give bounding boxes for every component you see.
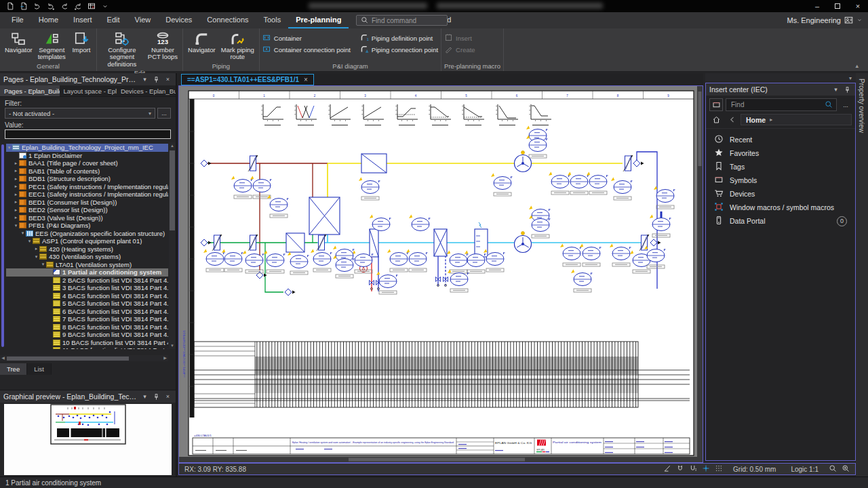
- menu-tab-tools[interactable]: Tools: [256, 12, 289, 28]
- menu-tab-connections[interactable]: Connections: [199, 12, 256, 28]
- tree-item-ees-organization-specific-location-structure[interactable]: ▾EES (Organization specific location str…: [6, 230, 168, 238]
- scrollbar-thumb[interactable]: [170, 150, 175, 230]
- user-account[interactable]: Ms. Engineering: [787, 14, 863, 27]
- tree-item-bab1-table-of-contents[interactable]: ▸BAB1 (Table of contents): [6, 167, 168, 176]
- tree-expander-icon[interactable]: ▾: [33, 254, 39, 260]
- pages-tab-pages-eplan-buildin[interactable]: Pages - Eplan_Buildin...: [0, 85, 60, 96]
- pin-icon[interactable]: [152, 75, 161, 84]
- scroll-right-icon[interactable]: ▶: [162, 355, 168, 361]
- insert-center-item-devices[interactable]: Devices: [706, 187, 855, 201]
- tree-expander-icon[interactable]: ▾: [40, 262, 46, 267]
- tree-horizontal-scrollbar[interactable]: ◀ ▶: [0, 355, 168, 361]
- breadcrumb[interactable]: Home ▸: [741, 114, 852, 125]
- ribbon-button-number-pct-loops[interactable]: 123Number PCT loops: [146, 30, 180, 62]
- angle-icon[interactable]: [663, 464, 671, 474]
- tree-item-9-bacs-function-list-vdi-3814-part-4-3[interactable]: 9 BACS function list VDI 3814 Part 4.3: [6, 331, 168, 339]
- tree-item-baa1-title-page-cover-sheet[interactable]: ▸BAA1 (Title page / cover sheet): [6, 159, 168, 167]
- tree-expander-icon[interactable]: ▾: [26, 239, 33, 244]
- search-input[interactable]: [730, 100, 822, 109]
- qat-caret-icon[interactable]: [100, 1, 110, 11]
- tree-expander-icon[interactable]: ▸: [13, 192, 19, 197]
- tree-item-asp1-control-equipment-plant-01[interactable]: ▾ASP1 (Control equipment plant 01): [6, 237, 168, 245]
- property-overview-tab[interactable]: Property overview: [856, 73, 868, 476]
- ribbon-button-navigator[interactable]: Navigator: [3, 30, 35, 54]
- tree-item-2-bacs-function-list-vdi-3814-part-4-3[interactable]: 2 BACS function list VDI 3814 Part 4.3: [6, 277, 168, 285]
- tree-scroll-indicator[interactable]: [1, 144, 4, 347]
- close-icon[interactable]: ×: [304, 76, 308, 83]
- tree-item-bdb1-structure-description[interactable]: ▸BDB1 (Structure description): [6, 175, 168, 183]
- tree-item-11-bacs-function-list-vdi-3814-part-4-3[interactable]: 11 BACS function list VDI 3814 Part 4.3: [6, 346, 168, 349]
- tree-item-8-bacs-function-list-vdi-3814-part-4-3[interactable]: 8 BACS function list VDI 3814 Part 4.3: [6, 323, 168, 331]
- filter-select[interactable]: - Not activated - ▾: [5, 108, 155, 119]
- collapse-ribbon-icon[interactable]: ▴: [855, 62, 859, 69]
- tree-expander-icon[interactable]: ▸: [13, 184, 19, 189]
- tab-list[interactable]: List: [27, 363, 52, 375]
- tree-expander-icon[interactable]: ▸: [13, 168, 19, 174]
- insert-symbol-button[interactable]: [709, 98, 723, 111]
- panel-dropdown-icon[interactable]: ▾: [831, 85, 840, 94]
- close-icon[interactable]: ×: [163, 75, 172, 84]
- tree-expander-icon[interactable]: ▾: [20, 230, 26, 236]
- menu-tab-devices[interactable]: Devices: [158, 12, 199, 28]
- tree-expander-icon[interactable]: ▸: [13, 207, 19, 213]
- undo-icon[interactable]: [33, 1, 42, 11]
- menu-tab-view[interactable]: View: [127, 12, 159, 28]
- filter-more-button[interactable]: ...: [157, 108, 171, 119]
- tree-expander-icon[interactable]: ▸: [13, 199, 19, 205]
- insert-center-item-symbols[interactable]: Symbols: [706, 174, 855, 187]
- redo-icon[interactable]: [60, 1, 69, 11]
- cancel-action-icon[interactable]: [87, 1, 96, 11]
- scrollbar-thumb[interactable]: [7, 357, 129, 361]
- more-button[interactable]: ...: [840, 98, 852, 111]
- zoom-region-icon[interactable]: [842, 464, 850, 474]
- menu-tab-pre-planning[interactable]: Pre-planning: [288, 12, 349, 28]
- grid-dots-icon[interactable]: [715, 464, 723, 474]
- undo-drop-icon[interactable]: [46, 1, 56, 11]
- ribbon-button-mark-piping-route[interactable]: Mark piping route: [219, 30, 256, 62]
- insert-center-item-data-portal[interactable]: Data Portal0: [706, 214, 855, 228]
- drawing-canvas[interactable]: 0123456789==ASP1=430.LTA01++EES&PFB1/1Ep…: [178, 85, 703, 463]
- zoom-icon[interactable]: [829, 464, 837, 474]
- chevron-down-icon[interactable]: ▾: [849, 75, 852, 81]
- find-command-box[interactable]: Find command: [356, 15, 448, 26]
- tree-item-1-eplan-disclaimer[interactable]: 1 Eplan Disclaimer: [6, 152, 168, 160]
- tree-item-1-partial-air-conditioning-system[interactable]: 1 Partial air conditioning system: [6, 268, 168, 277]
- tree-expander-icon[interactable]: ▾: [6, 145, 12, 150]
- tree-expander-icon[interactable]: ▸: [13, 215, 19, 220]
- scroll-up-icon[interactable]: ▲: [169, 142, 176, 149]
- home-icon[interactable]: [709, 114, 723, 125]
- breadcrumb-home[interactable]: Home: [746, 116, 766, 124]
- pages-tab-layout-space-eplan[interactable]: Layout space - Eplan...: [60, 85, 117, 96]
- minimize-button[interactable]: –: [807, 0, 827, 12]
- menu-tab-home[interactable]: Home: [31, 12, 66, 28]
- snap-cross-icon[interactable]: [702, 464, 710, 474]
- value-input[interactable]: [5, 129, 171, 139]
- tree-expander-icon[interactable]: ▸: [33, 246, 39, 251]
- ribbon-button-configure-segment-definitions[interactable]: Configure segment definitions: [100, 30, 144, 68]
- ribbon-button-piping-definition-point[interactable]: 1Piping definition point: [360, 33, 438, 43]
- menu-tab-file[interactable]: File: [4, 12, 31, 28]
- tree-item-pfb1-p-i-diagrams[interactable]: ▾PFB1 (P&I Diagrams): [6, 222, 168, 230]
- tree-item-420-heating-systems[interactable]: ▸420 (Heating systems): [6, 245, 168, 253]
- panel-dropdown-icon[interactable]: ▾: [140, 392, 149, 401]
- scroll-left-icon[interactable]: ◀: [0, 355, 6, 361]
- tree-item-eplan-building-technology-project-mm-iec[interactable]: ▾Eplan_Building_Technology_Project_mm_IE…: [6, 144, 168, 152]
- tree-item-3-bacs-function-list-vdi-3814-part-4-3[interactable]: 3 BACS function list VDI 3814 Part 4.3: [6, 284, 168, 292]
- pin-icon[interactable]: [152, 392, 161, 401]
- ribbon-button-segment-templates[interactable]: Segment templates: [36, 30, 68, 62]
- ribbon-button-container[interactable]: Container: [262, 33, 351, 43]
- tab-tree[interactable]: Tree: [0, 363, 27, 375]
- menu-tab-edit[interactable]: Edit: [100, 12, 127, 28]
- tree-item-6-bacs-function-list-vdi-3814-part-4-3[interactable]: 6 BACS function list VDI 3814 Part 4.3: [6, 308, 168, 316]
- ribbon-button-navigator[interactable]: Navigator: [186, 30, 218, 54]
- tree-item-bed1-consumer-list-design[interactable]: ▸BED1 (Consumer list (Design)): [6, 199, 168, 207]
- tree-item-lta01-ventilation-system[interactable]: ▾LTA01 (Ventilation system): [6, 261, 168, 269]
- panel-dropdown-icon[interactable]: ▾: [140, 75, 149, 84]
- pages-tab-devices-eplan-build[interactable]: Devices - Eplan_Build...: [117, 85, 176, 96]
- tree-item-bed3-valve-list-design[interactable]: ▸BED3 (Valve list (Design)): [6, 214, 168, 222]
- ribbon-button-container-connection-point[interactable]: Container connection point: [262, 45, 351, 55]
- tree-item-10-bacs-function-list-vdi-3814-part-4-3[interactable]: 10 BACS function list VDI 3814 Part 4.3: [6, 339, 168, 347]
- insert-center-item-favorites[interactable]: Favorites: [706, 146, 855, 160]
- tree-expander-icon[interactable]: ▾: [13, 223, 19, 228]
- menu-tab-insert[interactable]: Insert: [66, 12, 100, 28]
